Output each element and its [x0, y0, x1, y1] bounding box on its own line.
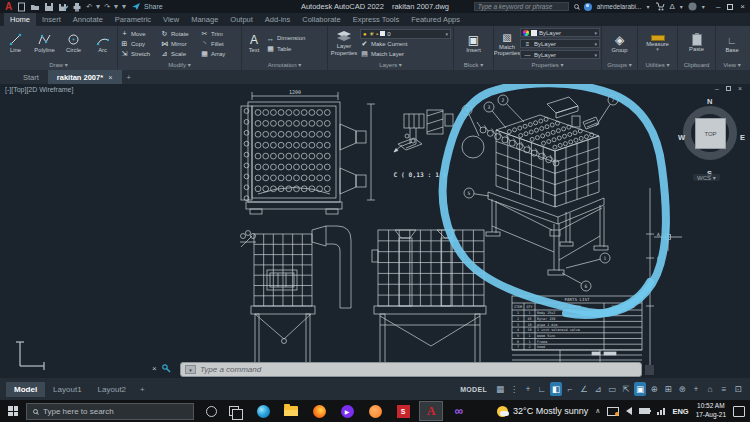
- polyline-tool[interactable]: Polyline: [31, 33, 58, 53]
- fillet-tool[interactable]: ◝Fillet: [200, 39, 240, 49]
- status-toggle-14[interactable]: +: [690, 382, 702, 396]
- undo-dropdown-icon[interactable]: ▾: [96, 2, 100, 11]
- taskbar-app-edge[interactable]: [251, 401, 275, 421]
- taskbar-app-visual-studio[interactable]: ∞: [447, 401, 471, 421]
- viewcube[interactable]: N S W E TOP WCS ▾: [678, 97, 744, 183]
- redo-dropdown-icon[interactable]: ▾: [114, 2, 118, 11]
- panel-label-groups[interactable]: Groups ▾: [602, 61, 637, 70]
- autodesk-account-icon[interactable]: Δ: [670, 2, 675, 11]
- layer-select[interactable]: ● ☀ ▪ 0 ▾: [360, 29, 451, 39]
- start-button[interactable]: [0, 400, 26, 422]
- status-toggle-2[interactable]: +: [522, 382, 534, 396]
- match-properties-tool[interactable]: ▧ Match Properties: [496, 31, 518, 57]
- compass-east[interactable]: E: [740, 133, 745, 142]
- cortana-icon[interactable]: [206, 406, 217, 417]
- help-icon[interactable]: [688, 2, 697, 12]
- minimize-button[interactable]: –: [716, 2, 720, 11]
- status-toggle-1[interactable]: ⋮: [508, 382, 520, 396]
- ribbon-tab-insert[interactable]: Insert: [36, 13, 67, 26]
- plot-icon[interactable]: [72, 2, 82, 12]
- close-command-icon[interactable]: ×: [152, 364, 157, 373]
- base-view-tool[interactable]: ∟ Base: [718, 34, 746, 53]
- panel-label-draw[interactable]: Draw ▾: [0, 61, 117, 70]
- save-icon[interactable]: [44, 2, 54, 12]
- object-color-select[interactable]: ByLayer▾: [520, 28, 600, 37]
- command-line-input[interactable]: ▾ Type a command: [180, 362, 642, 377]
- doc-close-icon[interactable]: ×: [738, 85, 742, 92]
- doc-minimize-icon[interactable]: –: [715, 85, 719, 92]
- status-toggle-4[interactable]: ◧: [550, 382, 562, 396]
- help-dropdown-icon[interactable]: ▾: [702, 3, 705, 10]
- ribbon-tab-add-ins[interactable]: Add-ins: [259, 13, 296, 26]
- customize-wrench-icon[interactable]: [162, 364, 171, 373]
- clock[interactable]: 10:52 AM 17-Aug-21: [696, 402, 726, 420]
- taskbar-app-cloud[interactable]: [363, 401, 387, 421]
- layer-properties-tool[interactable]: Layer Properties: [330, 31, 358, 56]
- status-toggle-8[interactable]: ▭: [606, 382, 618, 396]
- tab-model[interactable]: Model: [6, 382, 45, 397]
- display-tray-icon[interactable]: [607, 407, 619, 416]
- network-icon[interactable]: [657, 408, 665, 415]
- share-button[interactable]: Share: [131, 2, 163, 11]
- undo-icon[interactable]: ↶: [86, 3, 92, 11]
- panel-label-block[interactable]: Block ▾: [454, 61, 493, 70]
- trim-tool[interactable]: ✂Trim: [200, 29, 240, 39]
- status-toggle-13[interactable]: ⊛: [676, 382, 688, 396]
- status-toggle-7[interactable]: ⊿: [592, 382, 604, 396]
- taskbar-app-explorer[interactable]: [279, 401, 303, 421]
- status-toggle-17[interactable]: ⊡: [732, 382, 744, 396]
- panel-label-annotation[interactable]: Annotation ▾: [242, 61, 327, 70]
- compass-west[interactable]: W: [678, 133, 685, 142]
- hidden-icons-chevron[interactable]: ∧: [595, 407, 600, 415]
- insert-block-tool[interactable]: ▣ Insert: [459, 34, 489, 53]
- panel-label-modify[interactable]: Modify ▾: [118, 61, 241, 70]
- status-toggle-0[interactable]: ▦: [494, 382, 506, 396]
- restore-button[interactable]: [727, 4, 733, 10]
- measure-tool[interactable]: Measure ▾: [641, 35, 675, 53]
- stretch-tool[interactable]: ⇲Stretch: [120, 49, 160, 59]
- copy-tool[interactable]: ⊞Copy: [120, 39, 160, 49]
- mirror-tool[interactable]: ⋈Mirror: [160, 39, 200, 49]
- lineweight-select[interactable]: ≡ByLayer▾: [520, 39, 600, 48]
- panel-label-properties[interactable]: Properties ▾: [494, 61, 601, 70]
- drawing-canvas[interactable]: PARTS LISTITEMQTYPART NUMBERDESCRIPTION1…: [0, 84, 750, 378]
- array-tool[interactable]: ▦Array: [200, 49, 240, 59]
- paste-tool[interactable]: Paste: [682, 34, 712, 52]
- wcs-dropdown[interactable]: WCS ▾: [693, 174, 720, 181]
- panel-label-clipboard[interactable]: Clipboard: [678, 61, 715, 70]
- compass-north[interactable]: N: [707, 97, 712, 106]
- circle-tool[interactable]: Circle: [60, 33, 87, 53]
- status-toggle-12[interactable]: ⊞: [662, 382, 674, 396]
- status-toggle-15[interactable]: ⌂: [704, 382, 716, 396]
- ribbon-tab-view[interactable]: View: [157, 13, 185, 26]
- open-folder-icon[interactable]: [30, 2, 40, 12]
- status-toggle-16[interactable]: ≡: [718, 382, 730, 396]
- rotate-tool[interactable]: ↻Rotate: [160, 29, 200, 39]
- taskbar-app-store[interactable]: S: [391, 401, 415, 421]
- weather-widget[interactable]: 32°C Mostly sunny: [497, 406, 588, 417]
- status-toggle-5[interactable]: ⌐: [564, 382, 576, 396]
- language-indicator[interactable]: ENG: [672, 407, 688, 416]
- taskbar-app-firefox[interactable]: [307, 401, 331, 421]
- match-layer-button[interactable]: ▤Match Layer: [360, 50, 451, 59]
- dimension-tool[interactable]: ↔Dimension: [266, 33, 305, 43]
- user-avatar[interactable]: [584, 3, 592, 11]
- file-tab-document[interactable]: rakitan 2007* ×: [48, 70, 122, 84]
- help-search-input[interactable]: Type a keyword or phrase: [474, 2, 569, 11]
- ribbon-tab-collaborate[interactable]: Collaborate: [296, 13, 346, 26]
- panel-label-view[interactable]: View ▾: [716, 61, 748, 70]
- viewcube-top-face[interactable]: TOP: [695, 118, 726, 149]
- close-button[interactable]: ×: [740, 2, 745, 11]
- arc-tool[interactable]: Arc: [89, 33, 116, 53]
- user-dropdown-icon[interactable]: ▾: [646, 3, 649, 10]
- taskbar-search-input[interactable]: Type here to search: [26, 403, 194, 420]
- status-toggle-11[interactable]: ⊕: [648, 382, 660, 396]
- file-tab-start[interactable]: Start: [14, 70, 48, 84]
- make-current-button[interactable]: ✔Make Current: [360, 40, 451, 49]
- taskbar-app-media[interactable]: ▶: [335, 401, 359, 421]
- doc-restore-icon[interactable]: [726, 86, 731, 91]
- account-dropdown-icon[interactable]: ▾: [680, 3, 683, 10]
- command-line-grip[interactable]: [645, 365, 654, 375]
- ribbon-tab-featured-apps[interactable]: Featured Apps: [405, 13, 466, 26]
- table-tool[interactable]: ▦Table: [266, 44, 305, 54]
